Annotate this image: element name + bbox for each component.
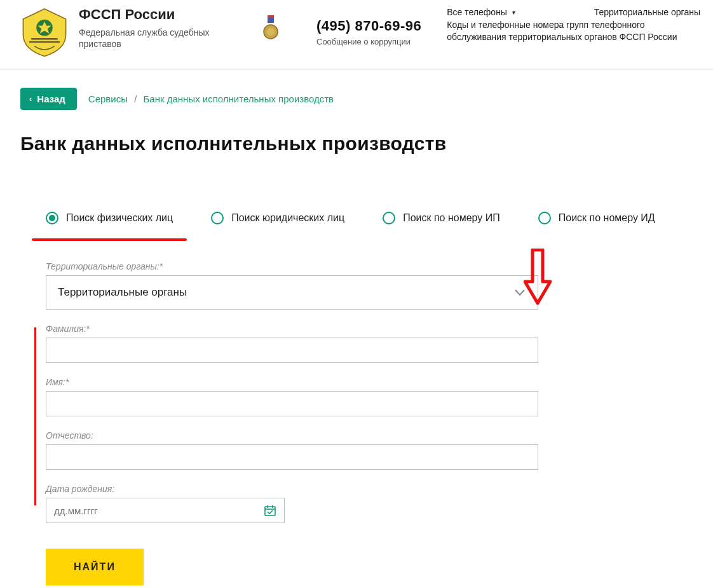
- breadcrumb-sep: /: [134, 93, 137, 104]
- emblem-icon: [19, 6, 70, 57]
- annotation-underline: [32, 238, 187, 241]
- territorial-select[interactable]: Территориальные органы: [46, 275, 538, 310]
- tab-label: Поиск по номеру ИП: [403, 212, 500, 224]
- site-header: ФССП России Федеральная служба судебных …: [0, 0, 713, 70]
- tab-legal[interactable]: Поиск юридических лиц: [211, 212, 344, 224]
- page-content: ‹ Назад Сервисы / Банк данных исполнител…: [0, 70, 713, 588]
- tab-label: Поиск юридических лиц: [231, 212, 344, 224]
- svg-point-4: [267, 28, 275, 36]
- page-title: Банк данных исполнительных производств: [20, 133, 700, 154]
- phone-number[interactable]: (495) 870-69-96: [316, 18, 421, 34]
- lastname-input[interactable]: [46, 338, 538, 363]
- all-phones-label: Все телефоны: [447, 6, 507, 19]
- annotation-arrow: [524, 249, 552, 308]
- lastname-label: Фамилия:*: [46, 324, 538, 334]
- logo-block: ФССП России Федеральная служба судебных …: [19, 6, 225, 57]
- org-title: ФССП России: [79, 6, 225, 23]
- firstname-label: Имя:*: [46, 377, 538, 387]
- dob-input-wrap[interactable]: [46, 498, 285, 523]
- tab-physical[interactable]: Поиск физических лиц: [46, 212, 173, 224]
- territorial-link[interactable]: Территориальные органы: [594, 6, 700, 19]
- tabs: Поиск физических лиц Поиск юридических л…: [46, 212, 700, 224]
- radio-icon: [211, 212, 224, 224]
- breadcrumb: Сервисы / Банк данных исполнительных про…: [88, 93, 334, 104]
- nav-row: ‹ Назад Сервисы / Банк данных исполнител…: [20, 88, 700, 110]
- svg-rect-5: [265, 507, 275, 516]
- medal-icon: [263, 15, 278, 42]
- header-links: Все телефоны ▾ Территориальные органы Ко…: [447, 6, 700, 44]
- radio-icon: [383, 212, 395, 224]
- dob-input[interactable]: [54, 505, 264, 516]
- dob-field: Дата рождения:: [46, 484, 538, 523]
- crumb-services[interactable]: Сервисы: [88, 93, 128, 104]
- back-button-label: Назад: [37, 93, 65, 104]
- phone-caption: Сообщение о коррупции: [316, 37, 421, 46]
- codes-link[interactable]: Коды и телефонные номера групп телефонно…: [447, 19, 700, 44]
- find-button-label: НАЙТИ: [74, 561, 116, 572]
- radio-icon: [538, 212, 551, 224]
- firstname-field: Имя:*: [46, 377, 538, 416]
- firstname-input[interactable]: [46, 391, 538, 416]
- search-form: Территориальные органы:* Территориальные…: [46, 261, 538, 585]
- crumb-current[interactable]: Банк данных исполнительных производств: [144, 93, 334, 104]
- all-phones-link[interactable]: Все телефоны ▾: [447, 6, 515, 19]
- radio-selected-icon: [46, 212, 58, 224]
- org-text-block: ФССП России Федеральная служба судебных …: [79, 6, 225, 50]
- lastname-field: Фамилия:*: [46, 324, 538, 363]
- chevron-left-icon: ‹: [29, 94, 32, 104]
- phone-block: (495) 870-69-96 Сообщение о коррупции: [316, 18, 421, 46]
- find-button[interactable]: НАЙТИ: [46, 549, 144, 585]
- tab-id-number[interactable]: Поиск по номеру ИД: [538, 212, 655, 224]
- patronymic-field: Отчество:: [46, 430, 538, 470]
- dob-label: Дата рождения:: [46, 484, 538, 494]
- calendar-icon[interactable]: [264, 504, 276, 517]
- back-button[interactable]: ‹ Назад: [20, 88, 77, 110]
- patronymic-input[interactable]: [46, 444, 538, 470]
- tab-ip-number[interactable]: Поиск по номеру ИП: [383, 212, 500, 224]
- tab-label: Поиск физических лиц: [66, 212, 173, 224]
- territorial-label: Территориальные органы:*: [46, 261, 538, 271]
- caret-down-icon: ▾: [512, 8, 515, 17]
- org-subtitle: Федеральная служба судебных приставов: [79, 27, 225, 50]
- search-area: Поиск физических лиц Поиск юридических л…: [20, 212, 700, 585]
- tab-label: Поиск по номеру ИД: [559, 212, 655, 224]
- annotation-side-line: [34, 327, 36, 505]
- territorial-select-value: Территориальные органы: [58, 286, 187, 299]
- svg-rect-2: [268, 15, 274, 18]
- territorial-field: Территориальные органы:* Территориальные…: [46, 261, 538, 310]
- patronymic-label: Отчество:: [46, 430, 538, 441]
